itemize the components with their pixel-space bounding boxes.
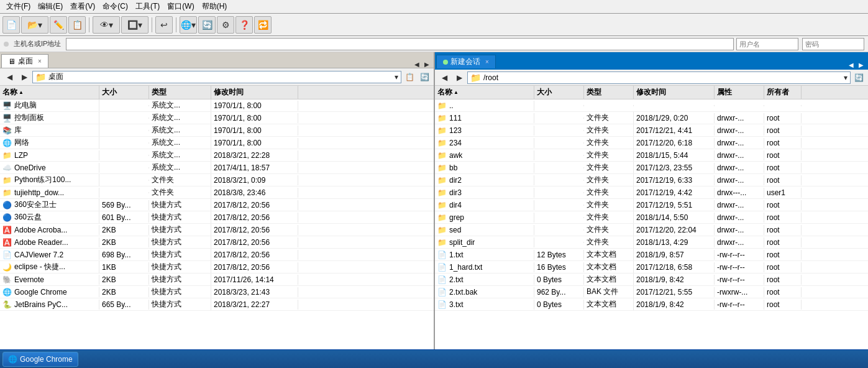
tab-close-left[interactable]: × <box>38 58 42 65</box>
right-list-item[interactable]: 📁 bb 文件夹 2017/12/3, 23:55 drwxr-... root <box>435 162 868 174</box>
right-list-item[interactable]: 📁 234 文件夹 2017/12/20, 6:18 drwxr-... roo… <box>435 137 868 149</box>
right-list-item[interactable]: 📁 grep 文件夹 2018/1/14, 5:50 drwxr-... roo… <box>435 211 868 224</box>
left-file-list-container[interactable]: 名称 ▲ 大小 类型 修改时间 🖥️ 此电脑 系统文... 1970/1/1, … <box>0 86 434 368</box>
left-list-item[interactable]: 📄 CAJViewer 7.2 698 By... 快捷方式 2017/8/12… <box>0 249 434 261</box>
right-col-size-header[interactable]: 大小 <box>534 86 584 99</box>
right-list-item[interactable]: 📄 1_hard.txt 16 Bytes 文本文档 2017/12/18, 6… <box>435 261 868 274</box>
left-back-button[interactable]: ◀ <box>2 70 16 84</box>
open-button[interactable]: 📂▾ <box>21 16 48 34</box>
left-list-item[interactable]: 🌐 Google Chrome 2KB 快捷方式 2018/3/23, 21:4… <box>0 286 434 298</box>
password-field[interactable] <box>802 38 864 50</box>
right-list-item[interactable]: 📁 awk 文件夹 2018/1/15, 5:44 drwxr-... root <box>435 149 868 162</box>
left-path-dropdown[interactable]: ▾ <box>395 73 398 81</box>
right-col-name-header[interactable]: 名称 ▲ <box>435 86 534 99</box>
sync-button[interactable]: 🔁 <box>254 16 272 34</box>
menu-tools[interactable]: 工具(T) <box>132 1 163 12</box>
menu-window[interactable]: 窗口(W) <box>163 1 198 12</box>
left-list-item[interactable]: 📚 库 系统文... 1970/1/1, 8:00 <box>0 124 434 137</box>
left-col-type-header[interactable]: 类型 <box>149 86 211 99</box>
file-name: dir3 <box>449 188 462 197</box>
file-date: 2018/1/9, 8:42 <box>634 275 715 285</box>
file-icon: 📄 <box>437 275 447 284</box>
right-col-date-header[interactable]: 修改时间 <box>634 86 715 99</box>
right-list-item[interactable]: 📁 dir2 文件夹 2017/12/19, 6:33 drwxr-... ro… <box>435 174 868 186</box>
mark-button[interactable]: 🔲▾ <box>121 16 148 34</box>
tab-nav-prev[interactable]: ◀ <box>413 61 421 68</box>
left-list-item[interactable]: 📁 tujiehttp_dow... 文件夹 2018/3/8, 23:46 <box>0 186 434 199</box>
left-list-item[interactable]: 🖥️ 此电脑 系统文... 1970/1/1, 8:00 <box>0 99 434 112</box>
right-tab-close[interactable]: × <box>485 58 489 65</box>
right-list-item[interactable]: 📁 .. <box>435 99 868 112</box>
taskbar-chrome[interactable]: 🌐 Google Chrome <box>2 352 78 367</box>
help-button[interactable]: ❓ <box>235 16 253 34</box>
left-tab-bar: 🖥 桌面 × ◀ ▶ <box>0 52 434 68</box>
left-copy-button[interactable]: 📋 <box>403 70 416 84</box>
new-button[interactable]: 📄 <box>2 16 20 34</box>
right-list-item[interactable]: 📄 1.txt 12 Bytes 文本文档 2018/1/9, 8:57 -rw… <box>435 249 868 261</box>
right-path-dropdown[interactable]: ▾ <box>844 73 847 82</box>
right-list-item[interactable]: 📄 2.txt.bak 962 By... BAK 文件 2017/12/21,… <box>435 286 868 298</box>
menu-edit[interactable]: 编辑(E) <box>34 1 66 12</box>
file-attr: drwxr-... <box>715 126 764 136</box>
file-name: 此电脑 <box>14 100 37 111</box>
left-col-size-header[interactable]: 大小 <box>99 86 149 99</box>
right-tab-session[interactable]: 新建会话 × <box>436 55 496 68</box>
right-list-item[interactable]: 📁 dir3 文件夹 2017/12/19, 4:42 drwx---... u… <box>435 186 868 199</box>
right-list-item[interactable]: 📁 sed 文件夹 2017/12/20, 22:04 drwxr-... ro… <box>435 224 868 236</box>
left-refresh-button[interactable]: 🔄 <box>418 70 431 84</box>
edit-button[interactable]: ✏️ <box>50 16 67 34</box>
right-list-item[interactable]: 📁 split_dir 文件夹 2018/1/13, 4:29 drwxr-..… <box>435 236 868 249</box>
copy-button[interactable]: 📋 <box>68 16 86 34</box>
right-col-attr-header[interactable]: 属性 <box>715 86 764 99</box>
right-list-item[interactable]: 📁 111 文件夹 2018/1/29, 0:20 drwxr-... root <box>435 112 868 124</box>
file-attr: -rw-r--r-- <box>715 275 764 285</box>
left-col-name-header[interactable]: 名称 ▲ <box>0 86 99 99</box>
menu-view[interactable]: 查看(V) <box>66 1 99 12</box>
right-refresh-button[interactable]: 🔄 <box>852 71 866 85</box>
left-list-item[interactable]: 📁 LZP 系统文... 2018/3/21, 22:28 <box>0 149 434 162</box>
left-list-item[interactable]: 🅰️ Adobe Reader... 2KB 快捷方式 2017/8/12, 2… <box>0 236 434 249</box>
chrome-label: Google Chrome <box>20 355 73 364</box>
right-tab-nav-next[interactable]: ▶ <box>857 62 866 68</box>
file-icon: 🖥️ <box>2 101 12 110</box>
left-list-item[interactable]: 🐍 JetBrains PyC... 665 By... 快捷方式 2018/3… <box>0 298 434 311</box>
right-forward-button[interactable]: ▶ <box>452 71 466 85</box>
left-list-item[interactable]: 🔵 360安全卫士 569 By... 快捷方式 2017/8/12, 20:5… <box>0 199 434 211</box>
menu-help[interactable]: 帮助(H) <box>198 1 231 12</box>
right-file-list-container[interactable]: 名称 ▲ 大小 类型 修改时间 属性 所有者 <box>435 86 868 368</box>
right-list-item[interactable]: 📁 123 文件夹 2017/12/21, 4:41 drwxr-... roo… <box>435 124 868 137</box>
menu-command[interactable]: 命令(C) <box>99 1 132 12</box>
right-col-type-header[interactable]: 类型 <box>584 86 634 99</box>
view-button[interactable]: 👁▾ <box>93 16 120 34</box>
file-owner: root <box>764 300 802 310</box>
file-type: 快捷方式 <box>149 298 211 310</box>
left-list-item[interactable]: 🖥️ 控制面板 系统文... 1970/1/1, 8:00 <box>0 112 434 124</box>
username-field[interactable] <box>736 38 798 50</box>
address-input[interactable] <box>66 38 734 50</box>
left-list-item[interactable]: 🅰️ Adobe Acroba... 2KB 快捷方式 2017/8/12, 2… <box>0 224 434 236</box>
right-tab-nav-prev[interactable]: ◀ <box>847 62 856 68</box>
right-list-item[interactable]: 📄 2.txt 0 Bytes 文本文档 2018/1/9, 8:42 -rw-… <box>435 274 868 286</box>
right-back-button[interactable]: ◀ <box>437 71 451 85</box>
left-list-item[interactable]: ☁️ OneDrive 系统文... 2017/4/11, 18:57 <box>0 162 434 174</box>
left-col-date-header[interactable]: 修改时间 <box>211 86 298 99</box>
left-list-item[interactable]: 📁 Python练习100... 文件夹 2018/3/21, 0:09 <box>0 174 434 186</box>
left-list-item[interactable]: 🐘 Evernote 2KB 快捷方式 2017/11/26, 14:14 <box>0 274 434 286</box>
menu-file[interactable]: 文件(F) <box>2 1 34 12</box>
tab-nav-next[interactable]: ▶ <box>423 61 431 68</box>
settings-button[interactable]: ⚙ <box>217 16 234 34</box>
file-attr: drwxr-... <box>715 138 764 148</box>
right-list-item[interactable]: 📁 dir4 文件夹 2017/12/19, 5:51 drwxr-... ro… <box>435 199 868 211</box>
refresh-button[interactable]: 🔄 <box>198 16 216 34</box>
right-list-item[interactable]: 📄 3.txt 0 Bytes 文本文档 2018/1/9, 8:42 -rw-… <box>435 298 868 311</box>
file-date: 2017/8/12, 20:56 <box>211 250 298 260</box>
left-list-item[interactable]: 🌙 eclipse - 快捷... 1KB 快捷方式 2017/8/12, 20… <box>0 261 434 274</box>
right-col-owner-header[interactable]: 所有者 <box>764 86 802 99</box>
left-tab-desktop[interactable]: 🖥 桌面 × <box>1 54 48 68</box>
network-button[interactable]: 🌐▾ <box>180 16 197 34</box>
left-forward-button[interactable]: ▶ <box>17 70 31 84</box>
left-list-item[interactable]: 🔵 360云盘 601 By... 快捷方式 2017/8/12, 20:56 <box>0 211 434 224</box>
back-button[interactable]: ↩ <box>155 16 173 34</box>
file-type: 系统文... <box>149 149 211 161</box>
left-list-item[interactable]: 🌐 网络 系统文... 1970/1/1, 8:00 <box>0 137 434 149</box>
